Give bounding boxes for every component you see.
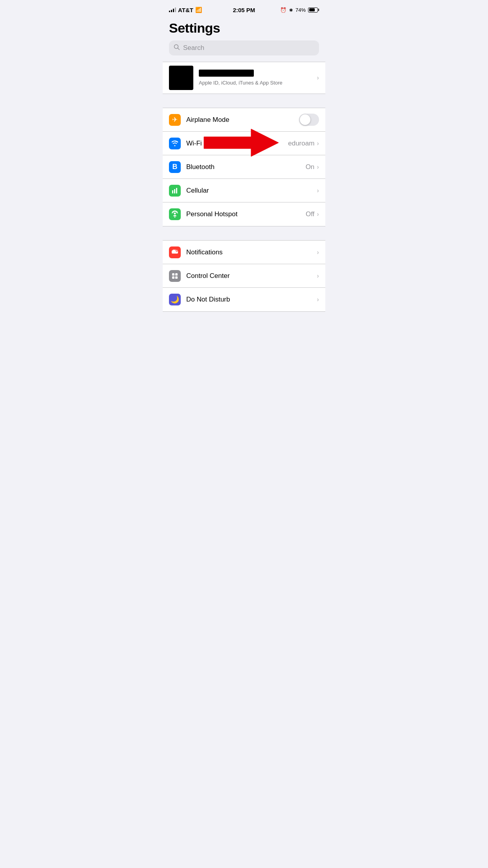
apple-id-info: Apple ID, iCloud, iTunes & App Store [199, 70, 317, 86]
svg-point-12 [176, 250, 178, 251]
bluetooth-icon: B [169, 161, 181, 173]
svg-rect-15 [172, 276, 174, 279]
alarm-icon: ⏰ [280, 7, 286, 13]
avatar [169, 66, 193, 90]
svg-point-6 [174, 213, 176, 215]
bluetooth-value: On [306, 163, 315, 171]
wifi-icon [169, 138, 181, 149]
svg-rect-14 [175, 273, 178, 276]
svg-point-7 [174, 217, 176, 218]
status-left: AT&T 📶 [169, 7, 202, 13]
do-not-disturb-row[interactable]: 🌙 Do Not Disturb › [163, 288, 325, 311]
svg-line-1 [178, 48, 180, 50]
chevron-icon: › [317, 210, 319, 218]
chevron-icon: › [317, 272, 319, 280]
page-title: Settings [169, 20, 319, 36]
battery-icon [308, 7, 319, 13]
svg-rect-4 [174, 189, 175, 193]
svg-rect-5 [176, 188, 177, 193]
personal-hotspot-label: Personal Hotspot [186, 210, 306, 218]
notifications-row[interactable]: Notifications › [163, 241, 325, 264]
network-section: ✈ Airplane Mode Wi-Fi eduroam › B Blueto… [163, 108, 325, 226]
apple-id-row[interactable]: Apple ID, iCloud, iTunes & App Store › [163, 62, 325, 94]
search-icon [174, 44, 180, 52]
bluetooth-label: Bluetooth [186, 163, 306, 171]
status-right: ⏰ ∗ 74% [280, 7, 319, 13]
cellular-label: Cellular [186, 187, 317, 195]
svg-rect-16 [175, 276, 178, 279]
do-not-disturb-label: Do Not Disturb [186, 296, 317, 303]
carrier-label: AT&T [178, 7, 193, 13]
apple-id-name-redacted [199, 70, 254, 77]
cellular-row[interactable]: Cellular › [163, 179, 325, 202]
signal-bars-icon [169, 7, 176, 12]
bluetooth-row[interactable]: B Bluetooth On › [163, 155, 325, 179]
chevron-icon: › [317, 296, 319, 303]
chevron-icon: › [317, 163, 319, 171]
svg-rect-3 [172, 190, 173, 193]
personal-hotspot-value: Off [306, 210, 314, 218]
airplane-mode-toggle[interactable] [299, 114, 319, 126]
page-title-area: Settings [163, 17, 325, 40]
chevron-icon: › [317, 187, 319, 195]
personal-hotspot-icon [169, 208, 181, 220]
search-container: Search [163, 40, 325, 62]
airplane-mode-label: Airplane Mode [186, 116, 299, 124]
notifications-icon [169, 246, 181, 258]
wifi-status-icon: 📶 [195, 7, 202, 13]
search-placeholder: Search [183, 44, 204, 52]
control-center-row[interactable]: Control Center › [163, 264, 325, 288]
wifi-row[interactable]: Wi-Fi eduroam › [163, 132, 325, 155]
apple-id-section: Apple ID, iCloud, iTunes & App Store › [163, 62, 325, 94]
airplane-mode-row[interactable]: ✈ Airplane Mode [163, 108, 325, 132]
control-center-label: Control Center [186, 272, 317, 280]
status-time: 2:05 PM [233, 7, 255, 13]
personal-hotspot-row[interactable]: Personal Hotspot Off › [163, 202, 325, 226]
apple-id-subtitle: Apple ID, iCloud, iTunes & App Store [199, 80, 283, 86]
chevron-icon: › [317, 248, 319, 256]
svg-rect-13 [172, 273, 174, 276]
status-bar: AT&T 📶 2:05 PM ⏰ ∗ 74% [163, 0, 325, 17]
cellular-icon [169, 185, 181, 197]
notifications-label: Notifications [186, 248, 317, 256]
wifi-label: Wi-Fi [186, 140, 288, 147]
control-center-icon [169, 270, 181, 282]
wifi-value: eduroam [288, 140, 314, 147]
do-not-disturb-icon: 🌙 [169, 294, 181, 305]
battery-percentage: 74% [295, 7, 306, 13]
chevron-icon: › [317, 140, 319, 147]
search-bar[interactable]: Search [169, 40, 319, 55]
chevron-icon: › [317, 74, 319, 82]
notifications-section: Notifications › Control Center › 🌙 Do No… [163, 240, 325, 312]
airplane-mode-icon: ✈ [169, 114, 181, 126]
bluetooth-status-icon: ∗ [289, 7, 293, 13]
